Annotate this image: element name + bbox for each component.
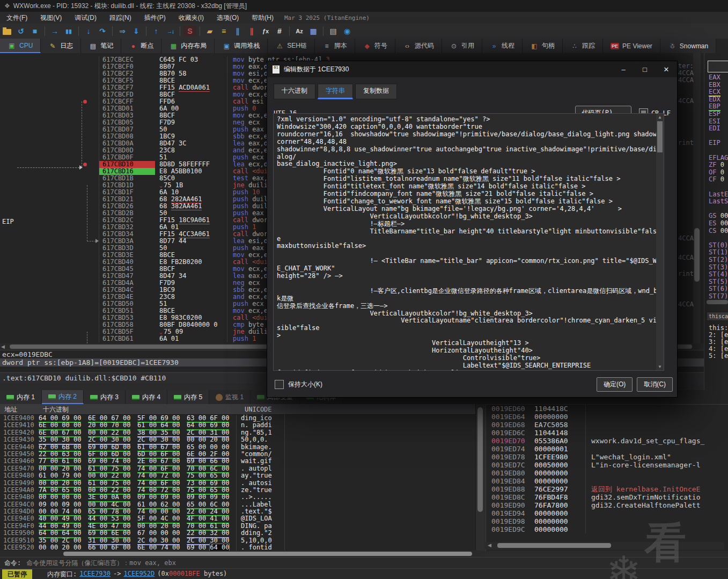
tab-符号[interactable]: ◆符号 [355, 39, 395, 53]
tab-内存 4[interactable]: 内存 4 [126, 390, 167, 404]
dump-row[interactable]: 1CEE949000 00 20 0061 00 75 0074 00 6F 0… [0, 480, 484, 487]
dump-row[interactable]: 1CEE94B000 00 00 003E 00 0A 0009 00 09 0… [0, 494, 484, 501]
run-to-user-code-icon[interactable]: ⇒ [116, 26, 129, 36]
dump-row[interactable]: 1CEE950064 00 64 0069 00 6E 0067 00 00 0… [0, 530, 484, 537]
register-line[interactable]: GS 00 [709, 212, 728, 219]
step-out-icon[interactable]: ⇓ [130, 26, 143, 36]
keep-size-checkbox[interactable] [275, 380, 284, 389]
pause-icon[interactable]: ▮▮ [62, 26, 75, 36]
stack-hscrollbar[interactable]: ◀ [486, 542, 724, 549]
dump-row[interactable]: 1CEE940064 00 69 006E 00 67 005F 00 69 0… [0, 415, 484, 422]
register-line[interactable]: CF 0 [709, 175, 724, 183]
register-line[interactable]: ST(6) [709, 285, 728, 292]
menu-item[interactable]: 选项(O) [210, 12, 245, 24]
calculator-icon[interactable]: ▦ [307, 26, 320, 36]
stack-row[interactable]: 0019ED70055386A0wxwork.dav1d_set_cpu_fla… [486, 437, 728, 445]
memory-map-icon[interactable]: ▤ [327, 26, 340, 36]
dump-hscrollbar[interactable] [0, 551, 484, 557]
tab-调用堆栈[interactable]: ▣调用堆栈 [215, 39, 268, 53]
restart-icon[interactable]: ↺ [14, 26, 27, 36]
register-line[interactable]: ST(5) [709, 278, 728, 285]
register-line[interactable]: EIP [709, 139, 720, 146]
stack-row[interactable]: 0019ED9076FA7800gdi32.CreateHalftonePale… [486, 501, 728, 509]
register-line[interactable]: ST(7) [709, 292, 728, 300]
dump-row[interactable]: 1CEE94A07A 00 65 0000 00 22 0074 00 72 0… [0, 487, 484, 494]
scroll-up-icon[interactable]: ▲ [658, 115, 662, 120]
register-line[interactable]: EBP [709, 102, 720, 110]
skip-exceptions-icon[interactable]: S [183, 26, 196, 36]
register-line[interactable]: ZF 0 [709, 161, 724, 168]
breakpoint-dot-icon[interactable] [83, 100, 87, 104]
register-line[interactable]: ES 00 [709, 219, 728, 227]
dialog-tab-十六进制[interactable]: 十六进制 [274, 84, 315, 99]
dialog-tab-复制数据[interactable]: 复制数据 [355, 84, 397, 99]
hardware-breakpoints-icon[interactable]: ∥ [245, 26, 258, 36]
menu-item[interactable]: 跟踪(N) [103, 12, 138, 24]
register-line[interactable]: EDX [709, 96, 720, 103]
stack-row[interactable]: 0019ED6C11044148 [486, 429, 728, 437]
dump-row[interactable]: 1CEE943035 00 30 002C 00 30 002C 00 30 0… [0, 436, 484, 443]
software-breakpoints-icon[interactable]: ∥ [231, 26, 244, 36]
tab-内存 3[interactable]: 内存 3 [84, 390, 126, 404]
string-editor[interactable]: ?xml version="1.0" encoding="utf-8" stan… [273, 113, 664, 371]
stack-row[interactable]: 0019ED6400000000 [486, 413, 728, 421]
minimize-icon[interactable]: – [613, 61, 634, 77]
register-line[interactable]: OF 0 [709, 168, 724, 176]
register-line[interactable]: ST(3) [709, 263, 728, 271]
memory-from-link[interactable]: 1CEE7930 [79, 570, 111, 579]
patches-icon[interactable]: ▰ [203, 26, 216, 36]
close-icon[interactable]: ✕ [656, 61, 677, 77]
dump-row[interactable]: 1CEE944062 00 6B 0069 00 6D 0061 00 67 0… [0, 444, 484, 451]
register-line[interactable]: CS 00 [709, 227, 728, 234]
calling-convention-selector[interactable]: thiscal [707, 312, 728, 321]
breakpoint-dot-icon[interactable] [83, 163, 87, 166]
open-file-icon[interactable] [1, 26, 13, 36]
dump-row[interactable]: 1CEE948061 00 79 0000 00 22 0074 00 72 0… [0, 472, 484, 479]
dump-row[interactable]: 1CEE94D000 00 74 0065 00 78 0074 00 00 0… [0, 508, 484, 515]
run-trace-icon[interactable]: →ᵢ [164, 26, 177, 36]
dump-row[interactable]: 1CEE947000 00 20 0061 00 75 0074 00 6F 0… [0, 465, 484, 472]
register-line[interactable]: ST(4) [709, 270, 728, 278]
tab-日志[interactable]: ✎日志 [41, 39, 81, 53]
hide-fpu-button[interactable] [708, 61, 728, 72]
dump-row[interactable]: 1CEE951035 00 2C 0031 00 30 002C 00 30 0… [0, 537, 484, 544]
stop-icon[interactable]: ■ [28, 26, 41, 36]
dump-row[interactable]: 1CEE94106E 00 00 0020 00 70 0061 00 64 0… [0, 422, 484, 429]
editor-vscrollbar[interactable]: ▲ ▼ [656, 114, 664, 370]
stack-row[interactable]: 0019ED68EA7C5058 [486, 421, 728, 429]
registers-hscrollbar[interactable] [707, 300, 728, 304]
memory-to-link[interactable]: 1CEE952D [123, 570, 155, 579]
tab-内存布局[interactable]: ▦内存布局 [161, 39, 215, 53]
menu-item[interactable]: 调试(D) [68, 12, 103, 24]
register-line[interactable]: EBX [709, 81, 720, 89]
tab-PE Viewer[interactable]: PEPE Viewer [603, 39, 660, 53]
stack-row[interactable]: 0019ED8400000000 [486, 477, 728, 485]
dialog-title-bar[interactable]: 01 编辑数据于 1CEE7930 – □ ✕ [267, 61, 677, 77]
execute-till-return-icon[interactable]: ↑ [150, 26, 163, 36]
dump-vscrollbar[interactable] [475, 404, 484, 551]
scroll-down-icon[interactable]: ▼ [658, 364, 662, 369]
cancel-button[interactable]: 取消(C) [637, 377, 673, 392]
register-line[interactable]: ST(2) [709, 256, 728, 263]
tab-引用[interactable]: ⊙引用 [442, 39, 482, 53]
tab-脚本[interactable]: ≡脚本 [315, 39, 355, 53]
internet-icon[interactable]: ◉ [341, 26, 354, 36]
register-line[interactable]: LastE [709, 190, 728, 198]
register-line[interactable]: EFLAG [709, 154, 728, 162]
dump-row[interactable]: 1CEE94C009 00 09 0000 00 4C 0061 00 62 0… [0, 501, 484, 508]
register-line[interactable]: LastS [709, 197, 728, 205]
tab-内存 2[interactable]: 内存 2 [42, 390, 84, 404]
stack-row[interactable]: 0019ED7400000001 [486, 445, 728, 453]
stack-row[interactable]: 0019ED8000000000 [486, 469, 728, 477]
scroll-left-icon[interactable]: ◀ [488, 543, 491, 548]
menu-item[interactable]: 插件(P) [138, 12, 172, 24]
menu-item[interactable]: 视图(V) [34, 12, 68, 24]
tab-Snowman[interactable]: ☃Snowman [660, 39, 716, 53]
register-line[interactable]: ESI [709, 118, 720, 125]
ok-button[interactable]: 确定(O) [597, 377, 633, 392]
tab-跟踪[interactable]: ∴跟踪 [563, 39, 603, 53]
maximize-icon[interactable]: □ [634, 61, 656, 77]
dialog-tab-字符串[interactable]: 字符串 [318, 84, 353, 99]
stack-row[interactable]: 0019ED8C76FBD4F8gdi32.semDxTrimNotificat… [486, 493, 728, 501]
tab-监视 1[interactable]: 监视 1 [209, 390, 251, 404]
